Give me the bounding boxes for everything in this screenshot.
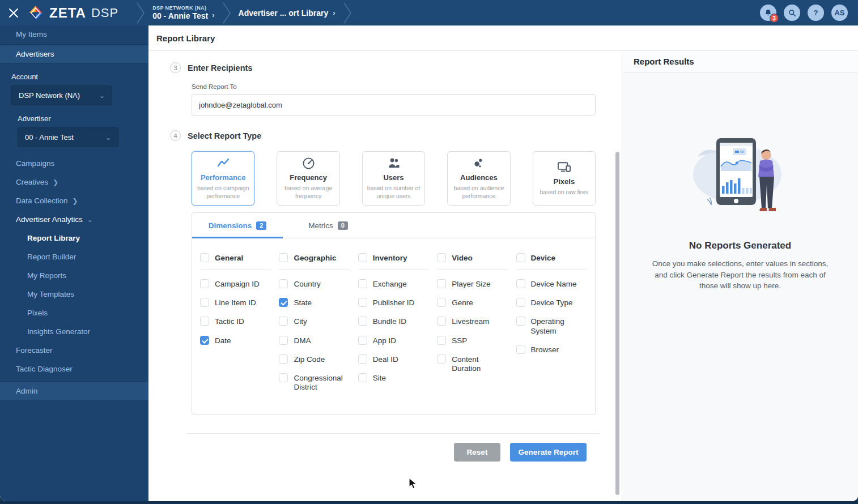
dimension-item[interactable]: Browser <box>516 345 587 354</box>
dimension-item[interactable]: Tactic ID <box>200 317 271 326</box>
checkbox[interactable] <box>358 373 367 382</box>
checkbox[interactable] <box>437 354 446 364</box>
checkbox[interactable] <box>437 279 446 288</box>
dimension-item[interactable]: Zip Code <box>279 354 350 364</box>
dimension-item[interactable]: Player Size <box>437 279 508 289</box>
tab-dimensions[interactable]: Dimensions 2 <box>192 213 283 238</box>
dimension-item[interactable]: Exchange <box>358 279 429 289</box>
checkbox[interactable] <box>516 317 525 326</box>
group-checkbox[interactable] <box>516 253 525 262</box>
group-checkbox[interactable] <box>200 253 209 262</box>
dimension-group-header[interactable]: Geographic <box>279 253 350 270</box>
dimension-item[interactable]: Genre <box>437 298 508 307</box>
checkbox[interactable] <box>516 279 525 288</box>
dimension-item[interactable]: Date <box>200 336 271 345</box>
group-checkbox[interactable] <box>279 253 288 262</box>
dimension-group-header[interactable]: Video <box>437 253 508 270</box>
checkbox[interactable] <box>200 317 209 326</box>
reset-button[interactable]: Reset <box>454 443 500 462</box>
advertiser-select[interactable]: 00 - Annie Test ⌄ <box>18 127 118 147</box>
search-button[interactable] <box>784 5 800 21</box>
checkbox[interactable] <box>437 336 446 345</box>
sidebar-item-report-builder[interactable]: Report Builder <box>0 247 148 266</box>
checkbox[interactable] <box>200 279 209 288</box>
sidebar-section-admin[interactable]: Admin <box>0 382 148 400</box>
checkbox[interactable] <box>279 279 288 288</box>
dimension-item[interactable]: Deal ID <box>358 354 429 364</box>
brand-logo[interactable]: ZETA DSP <box>27 5 129 22</box>
checkbox[interactable] <box>516 298 525 307</box>
dimension-item[interactable]: Campaign ID <box>200 279 271 289</box>
checkbox[interactable] <box>279 317 288 326</box>
checkbox[interactable] <box>279 354 288 364</box>
dimension-item[interactable]: Site <box>358 373 429 383</box>
help-button[interactable]: ? <box>808 5 824 21</box>
report-type-card-users[interactable]: Users based on number of unique users <box>362 151 425 206</box>
breadcrumb-page[interactable]: Advertiser ... ort Library › <box>239 8 335 18</box>
checkbox[interactable] <box>200 336 209 345</box>
notifications-button[interactable]: 3 <box>760 5 776 21</box>
checkbox[interactable] <box>200 298 209 307</box>
sidebar-item-insights-generator[interactable]: Insights Generator <box>0 322 148 341</box>
card-title: Users <box>383 173 403 182</box>
checkbox[interactable] <box>279 373 288 382</box>
checkbox[interactable] <box>358 336 367 345</box>
sidebar-section-advertisers[interactable]: Advertisers <box>0 45 148 63</box>
dimension-item[interactable]: Congressional District <box>279 373 350 392</box>
dimension-item[interactable]: Bundle ID <box>358 317 429 326</box>
checkbox[interactable] <box>279 298 288 307</box>
dimension-item[interactable]: State <box>279 298 350 307</box>
generate-report-button[interactable]: Generate Report <box>510 443 587 462</box>
main-scrollbar[interactable] <box>615 152 619 495</box>
dimension-item[interactable]: Device Type <box>516 298 587 307</box>
send-report-to-input[interactable] <box>192 94 596 116</box>
report-type-card-audiences[interactable]: Audiences based on audience performance <box>447 151 510 206</box>
report-type-card-frequency[interactable]: Frequency based on average frequency <box>277 151 339 206</box>
sidebar-item-tactic-diagnoser[interactable]: Tactic Diagnoser <box>0 360 148 378</box>
sidebar-item-campaigns[interactable]: Campaigns <box>0 154 148 173</box>
checkbox[interactable] <box>437 298 446 307</box>
dimension-item[interactable]: Publisher ID <box>358 298 429 307</box>
dimension-group-header[interactable]: Device <box>516 253 587 270</box>
checkbox[interactable] <box>437 317 446 326</box>
close-icon[interactable] <box>0 8 27 18</box>
sidebar-item-data-collection[interactable]: Data Collection❯ <box>0 191 148 210</box>
sidebar-item-my-reports[interactable]: My Reports <box>0 266 148 285</box>
avatar[interactable]: AS <box>831 5 848 21</box>
dimension-item[interactable]: Content Duration <box>437 354 508 373</box>
breadcrumb-account[interactable]: DSP NETWORK (NA) 00 - Annie Test › <box>152 5 214 20</box>
dimension-item[interactable]: DMA <box>279 336 350 345</box>
sidebar-item-report-library[interactable]: Report Library <box>0 229 148 247</box>
checkbox[interactable] <box>516 345 525 354</box>
chevron-right-icon[interactable]: › <box>333 8 335 17</box>
dimension-item[interactable]: App ID <box>358 336 429 345</box>
sidebar-item-my-items[interactable]: My Items <box>0 25 148 45</box>
group-checkbox[interactable] <box>437 253 446 262</box>
sidebar-item-pixels[interactable]: Pixels <box>0 304 148 322</box>
dimension-item[interactable]: Line Item ID <box>200 298 271 307</box>
report-type-card-performance[interactable]: Performance based on campaign performanc… <box>192 151 254 206</box>
sidebar-item-my-templates[interactable]: My Templates <box>0 285 148 304</box>
sidebar-item-creatives[interactable]: Creatives❯ <box>0 173 148 191</box>
checkbox[interactable] <box>358 298 367 307</box>
chevron-right-icon[interactable]: › <box>212 11 214 20</box>
sidebar-item-forecaster[interactable]: Forecaster <box>0 341 148 360</box>
tab-metrics[interactable]: Metrics 0 <box>283 213 373 238</box>
dimension-column: GeographicCountryStateCityDMAZip CodeCon… <box>279 253 350 392</box>
dimension-item[interactable]: Country <box>279 279 350 289</box>
checkbox[interactable] <box>358 279 367 288</box>
dimension-item[interactable]: Livestream <box>437 317 508 326</box>
report-type-card-pixels[interactable]: Pixels based on raw fires <box>533 151 596 206</box>
group-checkbox[interactable] <box>358 253 367 262</box>
dimension-item[interactable]: Operating System <box>516 317 587 335</box>
dimension-item[interactable]: SSP <box>437 336 508 345</box>
dimension-group-header[interactable]: General <box>200 253 271 270</box>
dimension-group-header[interactable]: Inventory <box>358 253 429 270</box>
sidebar-item-advertiser-analytics[interactable]: Advertiser Analytics⌄ <box>0 210 148 229</box>
dimension-item[interactable]: City <box>279 317 350 326</box>
account-select[interactable]: DSP Network (NA) ⌄ <box>11 86 112 105</box>
checkbox[interactable] <box>279 336 288 345</box>
checkbox[interactable] <box>358 317 367 326</box>
checkbox[interactable] <box>358 354 367 364</box>
dimension-item[interactable]: Device Name <box>516 279 587 289</box>
